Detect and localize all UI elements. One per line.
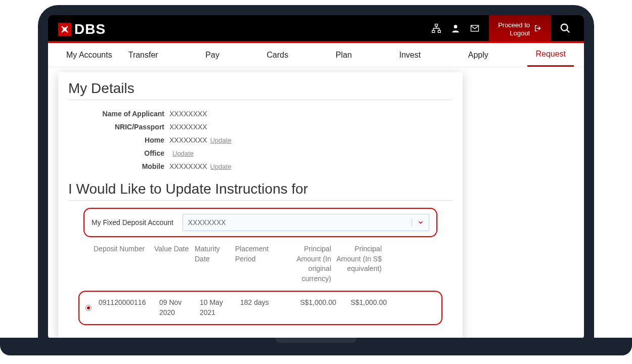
topbar-accent: [48, 41, 584, 43]
th-principal-sgd: Principal Amount (In S$ equivalent): [336, 244, 387, 274]
account-select-value: XXXXXXXX: [183, 218, 412, 226]
detail-name-value: XXXXXXXX: [169, 110, 207, 118]
table-header: Deposit Number Value Date Maturity Date …: [78, 244, 442, 291]
nav-pay[interactable]: Pay: [197, 43, 228, 67]
main-card: My Details Name of Applicant XXXXXXXX NR…: [58, 72, 463, 339]
th-deposit-number: Deposit Number: [94, 244, 154, 254]
detail-office: Office Update: [68, 147, 453, 160]
logout-icon: [534, 24, 542, 34]
svg-rect-2: [438, 30, 440, 32]
deposits-table: Deposit Number Value Date Maturity Date …: [78, 244, 442, 325]
logout-line2: Logout: [498, 29, 530, 37]
detail-office-label: Office: [68, 149, 169, 157]
brand-logo[interactable]: DBS: [58, 21, 106, 37]
app-screen: DBS Proceed to Logout: [48, 15, 584, 339]
th-principal-orig: Principal Amount (In original currency): [286, 244, 336, 284]
update-home-link[interactable]: Update: [210, 136, 232, 144]
detail-mobile-label: Mobile: [68, 162, 169, 170]
laptop-base: [0, 338, 632, 355]
detail-home-label: Home: [68, 136, 169, 144]
detail-nric-label: NRIC/Passport: [68, 123, 169, 131]
td-deposit-number: 091120000116: [99, 298, 159, 317]
brand-icon: [58, 23, 71, 36]
nav-plan[interactable]: Plan: [328, 43, 360, 67]
td-maturity-date: 10 May 2021: [200, 298, 240, 317]
chevron-down-icon: [412, 219, 429, 226]
svg-line-6: [566, 29, 569, 32]
td-placement-period: 182 days: [240, 298, 291, 317]
update-office-link[interactable]: Update: [172, 150, 194, 157]
nav-apply[interactable]: Apply: [460, 43, 496, 67]
user-icon[interactable]: [450, 23, 461, 35]
th-value-date: Value Date: [154, 244, 195, 254]
table-row[interactable]: 091120000116 09 Nov 2020 10 May 2021 182…: [83, 298, 437, 317]
brand-text: DBS: [74, 21, 106, 37]
detail-mobile: Mobile XXXXXXXX Update: [68, 160, 453, 173]
detail-nric: NRIC/Passport XXXXXXXX: [68, 120, 453, 133]
account-selector-label: My Fixed Deposit Account: [92, 218, 173, 226]
detail-home-value: XXXXXXXX: [169, 136, 207, 144]
deposit-row-callout: 091120000116 09 Nov 2020 10 May 2021 182…: [78, 291, 442, 325]
detail-name-label: Name of Applicant: [68, 110, 169, 118]
laptop-frame: DBS Proceed to Logout: [38, 5, 594, 339]
nav-cards[interactable]: Cards: [259, 43, 297, 67]
content: My Details Name of Applicant XXXXXXXX NR…: [48, 67, 584, 339]
logout-button[interactable]: Proceed to Logout: [489, 15, 551, 43]
nav-transfer[interactable]: Transfer: [120, 43, 166, 67]
th-maturity-date: Maturity Date: [195, 244, 235, 264]
nav-invest[interactable]: Invest: [391, 43, 429, 67]
detail-name: Name of Applicant XXXXXXXX: [68, 107, 453, 120]
logout-line1: Proceed to: [498, 21, 530, 29]
nav-request[interactable]: Request: [527, 43, 574, 67]
td-principal-sgd: S$1,000.00: [341, 298, 392, 317]
detail-nric-value: XXXXXXXX: [169, 123, 207, 131]
account-select[interactable]: XXXXXXXX: [183, 214, 429, 231]
mail-icon[interactable]: [470, 23, 480, 35]
my-details-title: My Details: [68, 80, 453, 100]
th-placement-period: Placement Period: [235, 244, 286, 264]
search-button[interactable]: [551, 15, 579, 43]
update-mobile-link[interactable]: Update: [210, 163, 232, 170]
sitemap-icon[interactable]: [431, 23, 441, 35]
detail-home: Home XXXXXXXX Update: [68, 133, 453, 147]
svg-rect-1: [432, 30, 435, 32]
nav-my-accounts[interactable]: My Accounts: [58, 43, 120, 67]
svg-point-3: [454, 25, 458, 28]
search-icon: [560, 23, 571, 36]
row-radio[interactable]: [85, 305, 92, 311]
account-selector-callout: My Fixed Deposit Account XXXXXXXX: [83, 208, 437, 237]
topbar: DBS Proceed to Logout: [48, 15, 584, 43]
svg-point-5: [561, 24, 567, 30]
update-instructions-title: I Would Like to Update Instructions for: [68, 181, 453, 201]
td-principal-orig: S$1,000.00: [291, 298, 341, 317]
td-value-date: 09 Nov 2020: [159, 298, 200, 317]
detail-mobile-value: XXXXXXXX: [169, 162, 207, 170]
main-nav: My Accounts Transfer Pay Cards Plan Inve…: [48, 43, 584, 67]
svg-rect-0: [435, 24, 438, 26]
